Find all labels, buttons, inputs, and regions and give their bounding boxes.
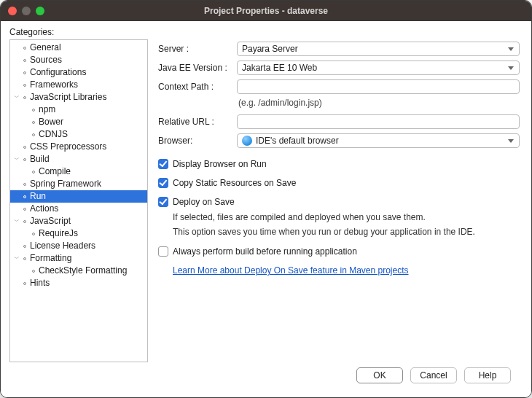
tree-item-bower[interactable]: Bower — [10, 116, 147, 128]
tree-item-checkstyle[interactable]: CheckStyle Formatting — [10, 265, 147, 277]
bullet-icon — [23, 208, 26, 211]
bullet-icon — [23, 282, 26, 285]
tree-item-label: Bower — [39, 116, 147, 128]
tree-item-label: npm — [39, 104, 147, 116]
tree-toggle-spacer — [22, 168, 29, 176]
bullet-icon — [23, 183, 26, 186]
tree-item-frameworks[interactable]: Frameworks — [10, 79, 147, 91]
tree-item-sources[interactable]: Sources — [10, 54, 147, 66]
tree-item-javascript[interactable]: ﹀JavaScript — [10, 215, 147, 227]
project-properties-dialog: Project Properties - dataverse Categorie… — [0, 0, 532, 398]
tree-item-license[interactable]: License Headers — [10, 240, 147, 252]
tree-item-label: Run — [30, 190, 147, 203]
tree-item-label: Configurations — [30, 66, 147, 79]
tree-toggle-spacer — [22, 268, 29, 275]
categories-tree[interactable]: GeneralSourcesConfigurationsFrameworks﹀J… — [9, 39, 148, 362]
relurl-label: Relative URL : — [158, 117, 237, 127]
display-browser-checkbox[interactable]: Display Browser on Run — [158, 156, 520, 172]
bullet-icon — [23, 146, 26, 149]
checkbox-icon — [158, 197, 168, 207]
browser-label: Browser: — [158, 136, 237, 146]
tree-item-label: JavaScript — [30, 215, 147, 227]
bullet-icon — [23, 96, 26, 99]
dialog-body: Categories: GeneralSourcesConfigurations… — [1, 21, 531, 397]
globe-icon — [242, 136, 252, 146]
help-button[interactable]: Help — [464, 367, 511, 383]
ok-button[interactable]: OK — [356, 367, 403, 383]
tree-item-jslibs[interactable]: ﹀JavaScript Libraries — [10, 91, 147, 104]
categories-label: Categories: — [9, 26, 523, 39]
tree-item-requirejs[interactable]: RequireJs — [10, 227, 147, 240]
window-controls — [1, 7, 44, 15]
bullet-icon — [23, 59, 26, 62]
tree-item-label: Sources — [30, 54, 147, 66]
context-path-input[interactable] — [237, 79, 520, 94]
relative-url-input[interactable] — [237, 114, 520, 129]
dialog-footer: OK Cancel Help — [9, 362, 523, 397]
tree-item-hints[interactable]: Hints — [10, 277, 147, 289]
tree-toggle-spacer — [13, 243, 20, 250]
deploy-on-save-label: Deploy on Save — [173, 197, 235, 207]
browser-select[interactable]: IDE's default browser — [237, 133, 520, 148]
zoom-icon[interactable] — [36, 7, 44, 15]
tree-item-spring[interactable]: Spring Framework — [10, 178, 147, 190]
tree-toggle-spacer — [13, 82, 20, 89]
bullet-icon — [32, 121, 35, 124]
copy-static-checkbox[interactable]: Copy Static Resources on Save — [158, 175, 520, 191]
run-panel: Server : Payara Server Java EE Version :… — [155, 39, 523, 362]
tree-item-label: RequireJs — [39, 227, 147, 240]
bullet-icon — [23, 47, 26, 50]
tree-item-label: Hints — [30, 277, 147, 289]
tree-item-configurations[interactable]: Configurations — [10, 66, 147, 79]
always-build-checkbox[interactable]: Always perform build before running appl… — [158, 243, 520, 260]
tree-item-npm[interactable]: npm — [10, 104, 147, 116]
tree-toggle-spacer — [13, 69, 20, 77]
chevron-down-icon[interactable]: ﹀ — [13, 156, 20, 163]
chevron-down-icon[interactable]: ﹀ — [13, 218, 20, 225]
cancel-button[interactable]: Cancel — [410, 367, 457, 383]
javaee-value: Jakarta EE 10 Web — [242, 63, 317, 73]
tree-item-actions[interactable]: Actions — [10, 203, 147, 215]
bullet-icon — [23, 84, 26, 87]
copy-static-label: Copy Static Resources on Save — [173, 178, 296, 188]
tree-item-label: JavaScript Libraries — [30, 91, 147, 104]
context-hint: (e.g. /admin/login.jsp) — [237, 96, 520, 112]
server-value: Payara Server — [242, 44, 298, 54]
chevron-down-icon[interactable]: ﹀ — [13, 255, 20, 262]
tree-toggle-spacer — [13, 144, 20, 151]
tree-item-label: CDNJS — [39, 128, 147, 141]
tree-item-build[interactable]: ﹀Build — [10, 153, 147, 165]
deploy-on-save-checkbox[interactable]: Deploy on Save — [158, 194, 520, 210]
tree-toggle-spacer — [22, 106, 29, 114]
tree-item-csspre[interactable]: CSS Preprocessors — [10, 141, 147, 153]
bullet-icon — [23, 220, 26, 223]
tree-toggle-spacer — [22, 119, 29, 126]
bullet-icon — [23, 257, 26, 260]
tree-toggle-spacer — [13, 44, 20, 52]
window-title: Project Properties - dataverse — [1, 6, 531, 16]
browser-value: IDE's default browser — [256, 136, 339, 146]
tree-toggle-spacer — [13, 206, 20, 213]
checkbox-icon — [158, 178, 168, 188]
tree-item-compile[interactable]: Compile — [10, 165, 147, 178]
display-browser-label: Display Browser on Run — [173, 159, 267, 169]
bullet-icon — [23, 245, 26, 248]
tree-item-label: Formatting — [30, 252, 147, 265]
tree-item-general[interactable]: General — [10, 42, 147, 54]
tree-item-label: CSS Preprocessors — [30, 141, 147, 153]
tree-item-label: General — [30, 42, 147, 54]
tree-toggle-spacer — [13, 181, 20, 188]
chevron-down-icon[interactable]: ﹀ — [13, 94, 20, 101]
bullet-icon — [23, 158, 26, 161]
tree-item-label: Compile — [39, 165, 147, 178]
server-select[interactable]: Payara Server — [237, 42, 520, 56]
tree-item-cdnjs[interactable]: CDNJS — [10, 128, 147, 141]
tree-item-formatting[interactable]: ﹀Formatting — [10, 252, 147, 265]
tree-item-run[interactable]: Run — [10, 190, 147, 203]
tree-item-label: Frameworks — [30, 79, 147, 91]
close-icon[interactable] — [8, 7, 17, 15]
minimize-icon[interactable] — [22, 7, 31, 15]
javaee-select[interactable]: Jakarta EE 10 Web — [237, 61, 520, 75]
tree-toggle-spacer — [22, 230, 29, 238]
learn-more-link[interactable]: Learn More about Deploy On Save feature … — [158, 260, 409, 276]
